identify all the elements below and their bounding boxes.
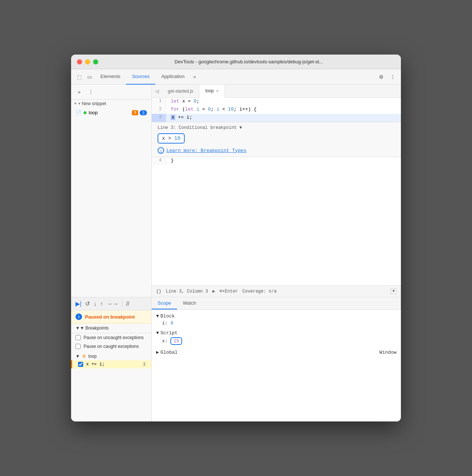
- tab-application[interactable]: Application: [155, 69, 191, 85]
- bp-line-checkbox[interactable]: [78, 362, 83, 367]
- line-number-4: 4: [152, 157, 166, 165]
- bp-line-number: 3: [143, 362, 145, 367]
- learn-more-text: Learn more: Breakpoint Types: [166, 148, 246, 153]
- line-number-1: 1: [152, 98, 166, 106]
- left-panel: » ⋮ + + New snippet 📄 loop ? 3: [71, 85, 152, 297]
- file-item-loop[interactable]: 📄 loop ? 3: [71, 108, 151, 118]
- window-title: DevTools - googlechrome.github.io/devtoo…: [103, 59, 395, 64]
- close-button[interactable]: [77, 59, 82, 64]
- breakpoint-header: Line 3: Conditional breakpoint ▼: [158, 125, 395, 130]
- block-triangle: ▼: [156, 313, 159, 319]
- learn-more-circle-icon: →: [158, 147, 164, 154]
- format-button[interactable]: {}: [156, 289, 161, 294]
- step-over-button[interactable]: ↺: [85, 300, 90, 307]
- pause-caught-checkbox[interactable]: [75, 344, 81, 349]
- new-snippet-button[interactable]: + + New snippet: [71, 100, 151, 108]
- code-line-1: 1 let x = 0;: [152, 98, 401, 106]
- breakpoint-popup: Line 3: Conditional breakpoint ▼ x > 10 …: [152, 122, 401, 157]
- left-panel-toolbar: » ⋮: [71, 85, 151, 100]
- step-out-button[interactable]: ↑: [100, 301, 103, 307]
- minimize-button[interactable]: [85, 59, 90, 64]
- run-icon[interactable]: ▶: [213, 289, 215, 294]
- badge-question: ?: [132, 110, 138, 115]
- run-shortcut: ⌘+Enter: [220, 289, 238, 294]
- scope-key-x: x:: [162, 338, 170, 344]
- line-content-1: let x = 0;: [166, 98, 401, 106]
- breakpoint-input-wrapper[interactable]: x > 10: [158, 133, 185, 144]
- settings-icon[interactable]: ⚙: [376, 72, 386, 82]
- breakpoints-section-header[interactable]: ▼ ▼ Breakpoints: [71, 323, 151, 333]
- file-tab-close-icon[interactable]: ✕: [216, 89, 219, 93]
- block-title: Block: [161, 313, 175, 319]
- script-title: Script: [161, 330, 178, 336]
- bp-file-icon: ⚙: [82, 354, 86, 359]
- scope-tabs: Scope Watch: [152, 297, 401, 310]
- scope-script-header[interactable]: ▼ Script: [156, 330, 397, 336]
- scope-val-x: 15: [170, 337, 182, 345]
- code-line-2: 2 for (let i = 0; i < 10; i++) {: [152, 106, 401, 114]
- more-options-icon-left[interactable]: ⋮: [86, 87, 96, 97]
- more-options-icon[interactable]: ⋮: [388, 72, 398, 82]
- code-line-4: 4 }: [152, 157, 401, 165]
- code-editor[interactable]: 1 let x = 0; 2 for (let i = 0; i < 10; i…: [152, 98, 401, 297]
- global-triangle: ▶: [156, 349, 159, 355]
- tab-settings-area: ⚙ ⋮: [376, 72, 398, 82]
- status-bar: {} Line 3, Column 3 ▶ ⌘+Enter Coverage: …: [152, 285, 401, 297]
- resume-button[interactable]: ▶|: [75, 300, 81, 307]
- devtools-window: DevTools - googlechrome.github.io/devtoo…: [71, 55, 401, 421]
- info-icon: i: [75, 313, 82, 320]
- scope-var-i: i: 6: [156, 320, 397, 327]
- bp-file-header: ▼ ⚙ loop: [71, 352, 151, 360]
- pause-uncaught-item[interactable]: Pause on uncaught exceptions: [71, 333, 151, 342]
- scope-global-section: ▶ Global Window: [156, 349, 397, 356]
- badge-number: 3: [140, 110, 147, 115]
- pause-caught-item[interactable]: Pause on caught exceptions: [71, 342, 151, 351]
- file-nav-icon[interactable]: ◁: [152, 86, 162, 96]
- code-area: ◁ get-started.js loop ✕ 1 let x = 0;: [152, 85, 401, 297]
- main-area: » ⋮ + + New snippet 📄 loop ? 3 ◁: [71, 85, 401, 297]
- expand-more-icon[interactable]: »: [74, 87, 84, 97]
- bottom-area: ▶| ↺ ↓ ↑ →→ // i Paused on breakpoint ▼ …: [71, 297, 401, 421]
- scope-block-header[interactable]: ▼ Block: [156, 313, 397, 320]
- tab-bar: ⬚ ▭ Elements Sources Application » ⚙ ⋮: [71, 69, 401, 85]
- line-number-3: 3: [152, 114, 166, 122]
- learn-more-link[interactable]: → Learn more: Breakpoint Types: [158, 147, 395, 154]
- breakpoint-condition: x > 10: [162, 135, 180, 141]
- scope-content: ▼ Block i: 6 ▼ Script x:: [152, 310, 401, 362]
- cursor-icon[interactable]: ⬚: [74, 72, 84, 82]
- plus-icon: +: [74, 101, 77, 106]
- breakpoints-title: ▼ Breakpoints: [80, 326, 109, 331]
- deactivate-breakpoints-button[interactable]: //: [126, 301, 129, 307]
- line-content-2: for (let i = 0; i < 10; i++) {: [166, 106, 401, 114]
- tab-scope[interactable]: Scope: [152, 297, 177, 309]
- paused-banner: i Paused on breakpoint: [71, 310, 151, 323]
- scope-val-i: 6: [170, 320, 173, 326]
- debug-panel: ▶| ↺ ↓ ↑ →→ // i Paused on breakpoint ▼ …: [71, 297, 152, 421]
- cursor-position: Line 3, Column 3: [166, 289, 208, 294]
- bp-file-name: loop: [88, 354, 97, 359]
- paused-text: Paused on breakpoint: [85, 314, 135, 320]
- tab-elements[interactable]: Elements: [95, 69, 126, 85]
- scope-panel: Scope Watch ▼ Block i: 6: [152, 297, 401, 421]
- file-tab-get-started[interactable]: get-started.js: [162, 85, 199, 98]
- scope-var-x: x: 15: [156, 336, 397, 346]
- pause-uncaught-checkbox[interactable]: [75, 335, 81, 340]
- scope-global-header[interactable]: ▶ Global Window: [156, 349, 397, 356]
- coverage-icon[interactable]: ▼: [391, 289, 397, 294]
- mobile-icon[interactable]: ▭: [84, 72, 95, 82]
- file-tab-loop[interactable]: loop ✕: [199, 85, 225, 98]
- scope-key-i: i:: [162, 320, 170, 326]
- global-title: Global: [161, 350, 178, 355]
- maximize-button[interactable]: [93, 59, 98, 64]
- step-into-button[interactable]: ↓: [93, 301, 96, 307]
- tab-watch[interactable]: Watch: [177, 297, 202, 309]
- bp-line-item: x += i; 3: [71, 360, 151, 368]
- file-icon: 📄: [75, 110, 81, 115]
- line-number-2: 2: [152, 106, 166, 114]
- bp-file-triangle: ▼: [75, 354, 80, 359]
- tab-sources[interactable]: Sources: [126, 69, 155, 85]
- step-button[interactable]: →→: [107, 301, 118, 307]
- scope-script-section: ▼ Script x: 15: [156, 330, 397, 346]
- bp-line-code: x += i;: [86, 362, 104, 367]
- tab-more-button[interactable]: »: [191, 70, 199, 83]
